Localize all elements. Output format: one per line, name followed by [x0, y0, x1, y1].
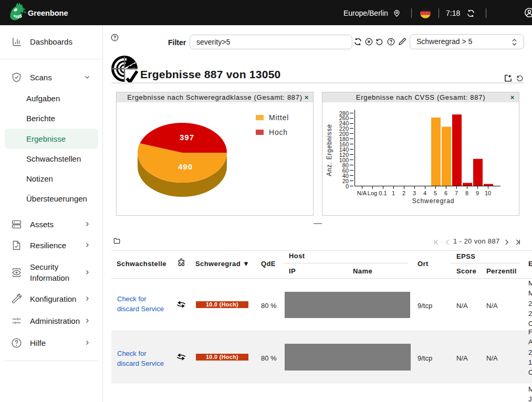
svg-text:0.1: 0.1: [379, 190, 387, 196]
svg-text:3: 3: [413, 190, 416, 196]
svg-text:490: 490: [178, 162, 193, 171]
svg-text:9: 9: [476, 190, 479, 196]
svg-text:Hoch: Hoch: [269, 128, 288, 136]
svg-text:8: 8: [465, 190, 468, 196]
svg-text:N/A: N/A: [357, 190, 367, 196]
svg-text:280: 280: [339, 110, 349, 117]
svg-text:Schweregrad: Schweregrad: [412, 197, 455, 205]
svg-text:7: 7: [455, 190, 458, 196]
svg-text:1: 1: [392, 190, 395, 196]
svg-text:4: 4: [423, 190, 426, 196]
svg-text:Log: Log: [368, 190, 377, 196]
svg-text:397: 397: [180, 133, 194, 142]
svg-text:2: 2: [402, 190, 405, 196]
svg-text:Mittel: Mittel: [269, 113, 289, 122]
svg-text:5: 5: [434, 190, 437, 196]
svg-text:Anz. Ergebnisse: Anz. Ergebnisse: [326, 124, 333, 176]
svg-text:6: 6: [444, 190, 447, 196]
svg-text:10: 10: [485, 190, 491, 196]
